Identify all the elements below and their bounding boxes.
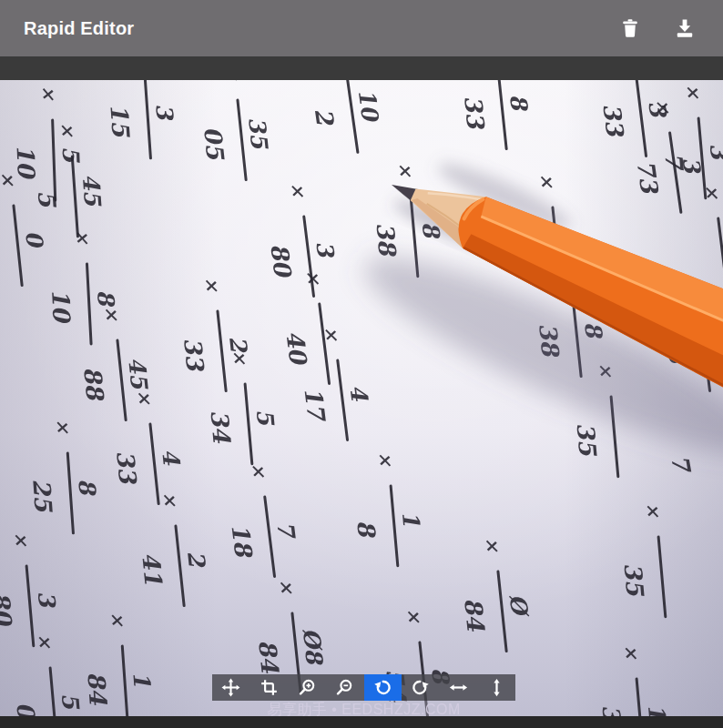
undo-button[interactable] bbox=[364, 674, 402, 701]
svg-text:35: 35 bbox=[619, 561, 649, 599]
svg-text:×: × bbox=[651, 97, 675, 116]
svg-text:35: 35 bbox=[597, 703, 627, 716]
svg-text:×: × bbox=[10, 531, 33, 548]
svg-text:×: × bbox=[52, 418, 75, 435]
svg-text:73: 73 bbox=[632, 158, 664, 197]
svg-text:40: 40 bbox=[280, 329, 312, 368]
app-header: Rapid Editor bbox=[0, 0, 723, 56]
svg-text:×: × bbox=[286, 181, 310, 199]
trash-icon bbox=[619, 17, 641, 39]
stretch-vertical-button[interactable] bbox=[477, 674, 515, 701]
svg-text:×: × bbox=[394, 161, 417, 178]
svg-text:×: × bbox=[374, 450, 397, 468]
svg-text:5: 5 bbox=[57, 146, 85, 164]
zoom-in-icon bbox=[298, 678, 317, 697]
svg-text:84: 84 bbox=[253, 638, 284, 674]
svg-text:33: 33 bbox=[178, 336, 209, 373]
svg-text:×: × bbox=[620, 643, 643, 661]
svg-text:1: 1 bbox=[397, 510, 424, 528]
svg-text:×: × bbox=[107, 611, 129, 628]
svg-text:33: 33 bbox=[597, 102, 628, 139]
image-toolbar bbox=[212, 674, 515, 701]
svg-text:1: 1 bbox=[127, 671, 155, 688]
move-icon bbox=[221, 678, 240, 697]
svg-text:80: 80 bbox=[265, 242, 297, 280]
svg-text:×: × bbox=[100, 305, 124, 322]
move-button[interactable] bbox=[212, 674, 250, 701]
svg-text:35: 35 bbox=[572, 421, 602, 459]
svg-text:18: 18 bbox=[226, 522, 258, 561]
redo-button[interactable] bbox=[402, 674, 440, 701]
svg-text:1: 1 bbox=[0, 238, 5, 258]
zoom-in-button[interactable] bbox=[288, 674, 326, 701]
svg-text:×: × bbox=[481, 536, 504, 553]
zoom-out-icon bbox=[335, 678, 354, 697]
svg-text:38: 38 bbox=[372, 221, 402, 259]
svg-text:×: × bbox=[642, 501, 665, 519]
svg-text:×: × bbox=[535, 172, 559, 189]
header-actions bbox=[619, 17, 699, 39]
svg-text:×: × bbox=[133, 389, 157, 406]
crop-icon bbox=[260, 678, 279, 697]
svg-text:33: 33 bbox=[459, 94, 490, 131]
stretch-vertical-icon bbox=[487, 678, 506, 697]
svg-text:×: × bbox=[275, 578, 299, 595]
stretch-horizontal-button[interactable] bbox=[440, 674, 478, 701]
svg-text:35: 35 bbox=[243, 116, 273, 151]
svg-text:Ø8: Ø8 bbox=[298, 627, 328, 668]
svg-text:33: 33 bbox=[111, 449, 142, 486]
svg-text:45: 45 bbox=[77, 173, 106, 207]
svg-text:×: × bbox=[0, 170, 20, 187]
svg-text:45: 45 bbox=[123, 356, 153, 391]
photo-worksheet-with-pencil: ×315×510×3505×102×833×333×37×455×01×380×… bbox=[0, 80, 723, 716]
bottom-strip bbox=[0, 716, 723, 728]
svg-text:10: 10 bbox=[352, 87, 383, 125]
svg-text:×: × bbox=[37, 85, 60, 101]
svg-text:×: × bbox=[56, 121, 79, 138]
delete-button[interactable] bbox=[619, 17, 641, 39]
crop-button[interactable] bbox=[250, 674, 289, 701]
svg-text:×: × bbox=[200, 276, 224, 293]
stretch-horizontal-icon bbox=[449, 678, 468, 697]
svg-text:×: × bbox=[158, 490, 182, 508]
svg-text:15: 15 bbox=[105, 103, 135, 139]
svg-text:×: × bbox=[34, 632, 56, 650]
rapid-editor-window: Rapid Editor bbox=[0, 0, 723, 728]
svg-text:0: 0 bbox=[11, 701, 40, 716]
app-title: Rapid Editor bbox=[24, 18, 134, 39]
svg-text:×: × bbox=[247, 461, 270, 480]
svg-text:×: × bbox=[402, 607, 426, 624]
svg-text:84: 84 bbox=[459, 596, 490, 632]
editor-canvas[interactable]: ×315×510×3505×102×833×333×37×455×01×380×… bbox=[0, 56, 723, 716]
svg-text:×: × bbox=[301, 268, 325, 287]
svg-text:×: × bbox=[682, 83, 705, 100]
svg-text:10: 10 bbox=[46, 288, 76, 326]
redo-icon bbox=[411, 678, 430, 697]
svg-text:41: 41 bbox=[137, 551, 168, 586]
svg-text:84: 84 bbox=[82, 671, 112, 706]
svg-text:×: × bbox=[71, 228, 94, 245]
svg-text:1: 1 bbox=[643, 703, 670, 716]
download-button[interactable] bbox=[674, 17, 696, 39]
svg-text:34: 34 bbox=[206, 409, 236, 445]
undo-icon bbox=[373, 678, 392, 697]
svg-text:80: 80 bbox=[0, 591, 17, 629]
svg-text:×: × bbox=[700, 183, 723, 201]
svg-text:25: 25 bbox=[27, 478, 57, 514]
svg-text:05: 05 bbox=[199, 125, 229, 162]
svg-text:88: 88 bbox=[78, 365, 109, 403]
zoom-out-button[interactable] bbox=[326, 674, 364, 701]
svg-text:17: 17 bbox=[299, 386, 331, 424]
download-icon bbox=[674, 17, 696, 39]
